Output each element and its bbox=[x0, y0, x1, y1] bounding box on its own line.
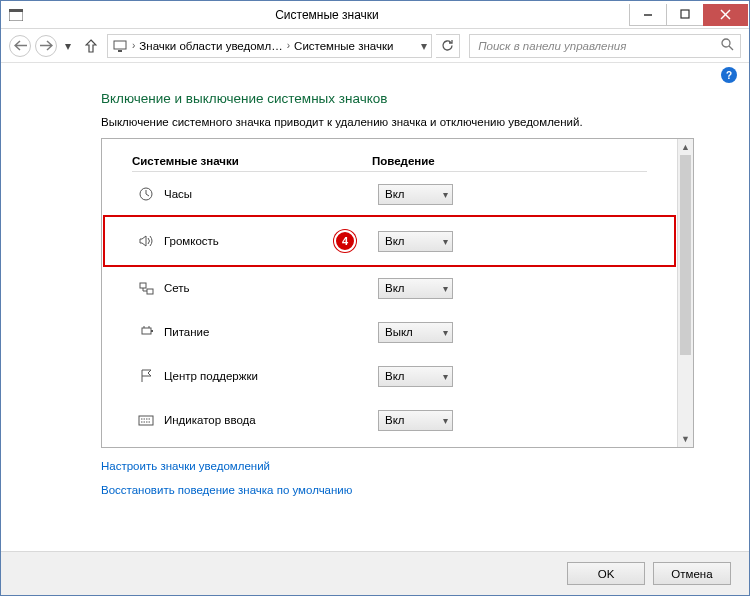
table-row: ЧасыВкл▾ bbox=[132, 172, 647, 216]
select-value: Вкл bbox=[385, 282, 405, 294]
svg-rect-11 bbox=[140, 283, 146, 288]
svg-rect-14 bbox=[151, 330, 153, 332]
behavior-select[interactable]: Вкл▾ bbox=[378, 278, 453, 299]
address-dropdown-icon[interactable]: ▾ bbox=[421, 39, 427, 53]
clock-icon bbox=[138, 186, 154, 202]
power-icon bbox=[138, 324, 154, 340]
behavior-select[interactable]: Выкл▾ bbox=[378, 322, 453, 343]
icon-label: Часы bbox=[164, 188, 192, 200]
behavior-select[interactable]: Вкл▾ bbox=[378, 410, 453, 431]
breadcrumb-item[interactable]: Системные значки bbox=[294, 40, 393, 52]
history-dropdown[interactable]: ▾ bbox=[61, 39, 75, 53]
refresh-button[interactable] bbox=[436, 34, 460, 58]
forward-button[interactable] bbox=[35, 35, 57, 57]
footer: OK Отмена bbox=[1, 551, 749, 595]
table-row: ГромкостьВкл▾4 bbox=[104, 216, 675, 266]
scroll-up-icon[interactable]: ▲ bbox=[678, 139, 693, 155]
svg-rect-15 bbox=[139, 416, 153, 425]
behavior-select[interactable]: Вкл▾ bbox=[378, 366, 453, 387]
keyboard-icon bbox=[138, 412, 154, 428]
monitor-icon bbox=[112, 38, 128, 54]
table-row: Центр поддержкиВкл▾ bbox=[132, 354, 647, 398]
link-restore-defaults[interactable]: Восстановить поведение значка по умолчан… bbox=[101, 484, 694, 496]
svg-rect-6 bbox=[114, 41, 126, 49]
select-value: Вкл bbox=[385, 414, 405, 426]
search-input[interactable] bbox=[476, 39, 721, 53]
select-value: Вкл bbox=[385, 235, 405, 247]
svg-rect-13 bbox=[142, 328, 151, 334]
column-headers: Системные значки Поведение bbox=[132, 155, 647, 172]
scrollbar[interactable]: ▲ ▼ bbox=[677, 139, 693, 447]
behavior-select[interactable]: Вкл▾ bbox=[378, 231, 453, 252]
chevron-down-icon: ▾ bbox=[443, 371, 448, 382]
help-icon[interactable]: ? bbox=[721, 67, 737, 83]
chevron-down-icon: ▾ bbox=[443, 189, 448, 200]
svg-rect-7 bbox=[118, 50, 122, 52]
svg-point-8 bbox=[722, 39, 730, 47]
minimize-button[interactable] bbox=[629, 4, 667, 26]
column-header-icons: Системные значки bbox=[132, 155, 372, 167]
chevron-right-icon: › bbox=[132, 40, 135, 51]
window-icon bbox=[7, 6, 25, 24]
content: Включение и выключение системных значков… bbox=[1, 91, 749, 496]
chevron-down-icon: ▾ bbox=[443, 236, 448, 247]
select-value: Вкл bbox=[385, 370, 405, 382]
search-box[interactable] bbox=[469, 34, 741, 58]
table-row: Индикатор вводаВкл▾ bbox=[132, 398, 647, 442]
ok-button[interactable]: OK bbox=[567, 562, 645, 585]
column-header-behavior: Поведение bbox=[372, 155, 647, 167]
icon-label: Сеть bbox=[164, 282, 190, 294]
behavior-select[interactable]: Вкл▾ bbox=[378, 184, 453, 205]
svg-rect-12 bbox=[147, 289, 153, 294]
icon-label: Громкость bbox=[164, 235, 219, 247]
page-heading: Включение и выключение системных значков bbox=[101, 91, 694, 106]
chevron-down-icon: ▾ bbox=[443, 283, 448, 294]
titlebar: Системные значки bbox=[1, 1, 749, 29]
select-value: Выкл bbox=[385, 326, 413, 338]
flag-icon bbox=[138, 368, 154, 384]
table-row: СетьВкл▾ bbox=[132, 266, 647, 310]
maximize-button[interactable] bbox=[666, 4, 704, 26]
volume-icon bbox=[138, 233, 154, 249]
chevron-right-icon: › bbox=[287, 40, 290, 51]
page-description: Выключение системного значка приводит к … bbox=[101, 116, 694, 128]
up-button[interactable] bbox=[83, 39, 99, 53]
table-row: ПитаниеВыкл▾ bbox=[132, 310, 647, 354]
icon-label: Питание bbox=[164, 326, 209, 338]
select-value: Вкл bbox=[385, 188, 405, 200]
scroll-down-icon[interactable]: ▼ bbox=[678, 431, 693, 447]
link-configure-icons[interactable]: Настроить значки уведомлений bbox=[101, 460, 694, 472]
svg-rect-1 bbox=[9, 9, 23, 12]
cancel-button[interactable]: Отмена bbox=[653, 562, 731, 585]
network-icon bbox=[138, 280, 154, 296]
icon-list-frame: Системные значки Поведение ЧасыВкл▾Громк… bbox=[101, 138, 694, 448]
address-bar[interactable]: › Значки области уведомл… › Системные зн… bbox=[107, 34, 432, 58]
breadcrumb-item[interactable]: Значки области уведомл… bbox=[139, 40, 282, 52]
icon-label: Индикатор ввода bbox=[164, 414, 256, 426]
annotation-badge: 4 bbox=[334, 230, 356, 252]
icon-label: Центр поддержки bbox=[164, 370, 258, 382]
scroll-thumb[interactable] bbox=[680, 155, 691, 355]
back-button[interactable] bbox=[9, 35, 31, 57]
svg-rect-3 bbox=[681, 10, 689, 18]
svg-line-9 bbox=[729, 46, 733, 50]
search-icon bbox=[721, 38, 734, 53]
navbar: ▾ › Значки области уведомл… › Системные … bbox=[1, 29, 749, 63]
chevron-down-icon: ▾ bbox=[443, 415, 448, 426]
window-title: Системные значки bbox=[25, 8, 629, 22]
chevron-down-icon: ▾ bbox=[443, 327, 448, 338]
close-button[interactable] bbox=[703, 4, 748, 26]
